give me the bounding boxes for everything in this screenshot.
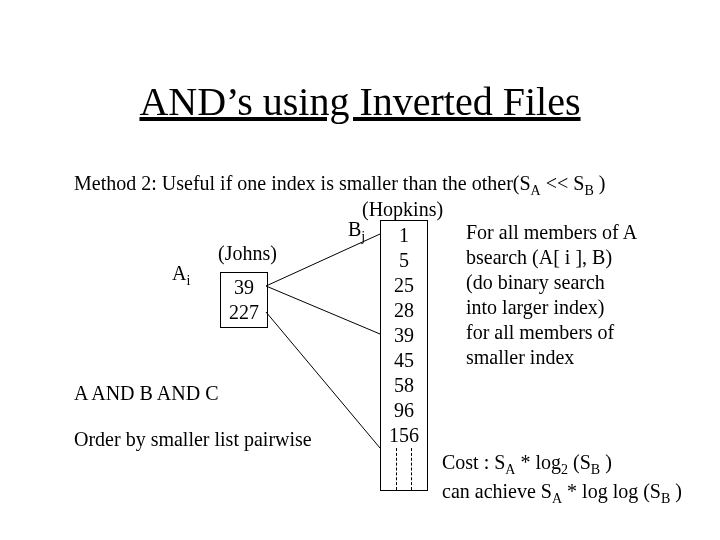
cost2-mid: * log log (S	[562, 480, 661, 502]
bj-j: j	[361, 229, 365, 244]
list-b-item: 39	[381, 323, 427, 348]
cost2-sub-b: B	[661, 491, 670, 506]
cost-mid1: * log	[515, 451, 561, 473]
list-b-box: 1 5 25 28 39 45 58 96 156	[380, 220, 428, 491]
explain-line: bsearch (A[ i ], B)	[466, 245, 637, 270]
method-line: Method 2: Useful if one index is smaller…	[74, 172, 605, 199]
cost-pre: Cost : S	[442, 451, 505, 473]
cost-line-2: can achieve SA * log log (SB )	[442, 479, 682, 508]
list-b-item: 45	[381, 348, 427, 373]
list-b-item: 96	[381, 398, 427, 423]
explain-line: smaller index	[466, 345, 637, 370]
list-b-item: 58	[381, 373, 427, 398]
list-b-continuation	[396, 448, 412, 490]
explain-line: into larger index)	[466, 295, 637, 320]
method-mid: << S	[541, 172, 585, 194]
cost2-pre: can achieve S	[442, 480, 552, 502]
cost-line-1: Cost : SA * log2 (SB )	[442, 450, 682, 479]
list-b-item: 1	[381, 223, 427, 248]
hopkins-label: (Hopkins)	[362, 198, 443, 221]
cost-mid3: )	[600, 451, 612, 473]
list-b-item: 156	[381, 423, 427, 448]
johns-label: (Johns)	[218, 242, 277, 265]
cost-sub-a: A	[505, 462, 515, 477]
explain-line: for all members of	[466, 320, 637, 345]
list-a-box: 39 227	[220, 272, 268, 328]
ai-label: Ai	[172, 262, 190, 289]
bj-b: B	[348, 218, 361, 240]
cost-mid2: (S	[568, 451, 591, 473]
explanation-block: For all members of A bsearch (A[ i ], B)…	[466, 220, 637, 370]
cost-block: Cost : SA * log2 (SB ) can achieve SA * …	[442, 450, 682, 507]
svg-line-1	[266, 286, 380, 334]
ai-i: i	[186, 273, 190, 288]
ai-a: A	[172, 262, 186, 284]
cost-sub-b: B	[591, 462, 600, 477]
method-sub-a: A	[531, 183, 541, 198]
explain-line: For all members of A	[466, 220, 637, 245]
list-b-item: 5	[381, 248, 427, 273]
method-sub-b: B	[584, 183, 593, 198]
slide-title: AND’s using Inverted Files	[0, 78, 720, 125]
method-post: )	[594, 172, 606, 194]
cost2-post: )	[670, 480, 682, 502]
explain-line: (do binary search	[466, 270, 637, 295]
cost-sub-2: 2	[561, 462, 568, 477]
and-expression: A AND B AND C	[74, 382, 218, 405]
bj-label: Bj	[348, 218, 365, 245]
list-a-item: 227	[221, 300, 267, 325]
list-b-item: 25	[381, 273, 427, 298]
method-pre: Method 2: Useful if one index is smaller…	[74, 172, 531, 194]
cost2-sub-a: A	[552, 491, 562, 506]
order-note: Order by smaller list pairwise	[74, 428, 312, 451]
list-b-item: 28	[381, 298, 427, 323]
list-a-item: 39	[221, 275, 267, 300]
